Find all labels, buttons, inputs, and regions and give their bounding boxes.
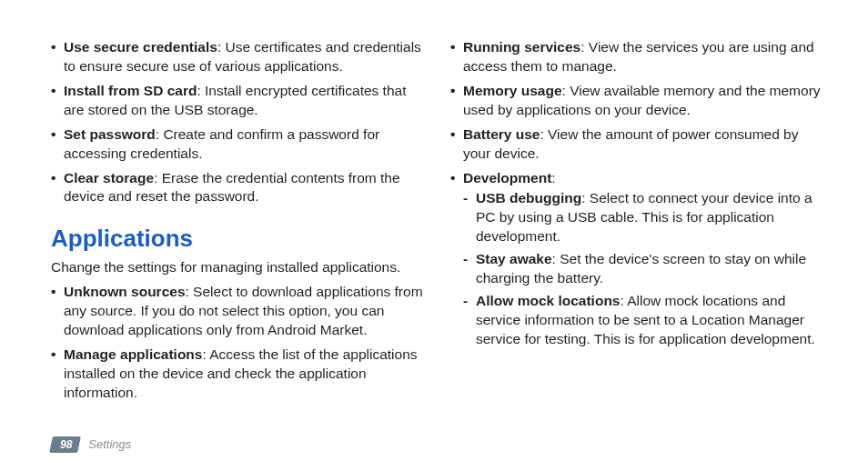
list-item: Development: USB debugging: Select to co… [450,169,823,349]
term: Manage applications [64,346,202,362]
list-item: Use secure credentials: Use certificates… [51,38,423,76]
list-item: Clear storage: Erase the credential cont… [51,169,423,207]
list-item: Running services: View the services you … [450,38,823,76]
list-item: Battery use: View the amount of power co… [450,125,823,164]
list-item: Install from SD card: Install encrypted … [51,82,423,120]
page-number: 98 [60,437,72,452]
page-number-badge: 98 [49,436,81,453]
page-footer: 98 Settings [51,436,131,453]
term: Running services [463,39,580,55]
desc: : [551,170,555,185]
term: Install from SD card [64,83,197,98]
term: Development [463,170,551,185]
term: Set password [64,126,156,142]
term: USB debugging [476,190,581,205]
column-right: Running services: View the services you … [450,38,823,408]
term: Use secure credentials [64,39,217,55]
left-bottom-list: Unknown sources: Select to download appl… [51,283,423,403]
list-item: Set password: Create and confirm a passw… [51,125,423,164]
term: Stay awake [476,251,552,266]
list-item: Stay awake: Set the device's screen to s… [463,250,823,288]
page-columns: Use secure credentials: Use certificates… [0,0,868,408]
left-top-list: Use secure credentials: Use certificates… [51,38,423,206]
list-item: Unknown sources: Select to download appl… [51,283,423,340]
development-sublist: USB debugging: Select to connect your de… [463,189,823,348]
section-intro: Change the settings for managing install… [51,258,423,277]
term: Allow mock locations [476,293,620,308]
term: Unknown sources [64,284,186,299]
list-item: Memory usage: View available memory and … [450,82,823,120]
section-heading-applications: Applications [51,223,423,255]
list-item: Allow mock locations: Allow mock locatio… [463,292,823,349]
term: Clear storage [64,170,154,185]
term: Memory usage [463,83,562,98]
footer-section-label: Settings [88,436,131,453]
term: Battery use [463,126,540,142]
list-item: USB debugging: Select to connect your de… [463,189,823,246]
column-left: Use secure credentials: Use certificates… [51,38,423,408]
list-item: Manage applications: Access the list of … [51,346,423,403]
right-list: Running services: View the services you … [450,38,823,349]
